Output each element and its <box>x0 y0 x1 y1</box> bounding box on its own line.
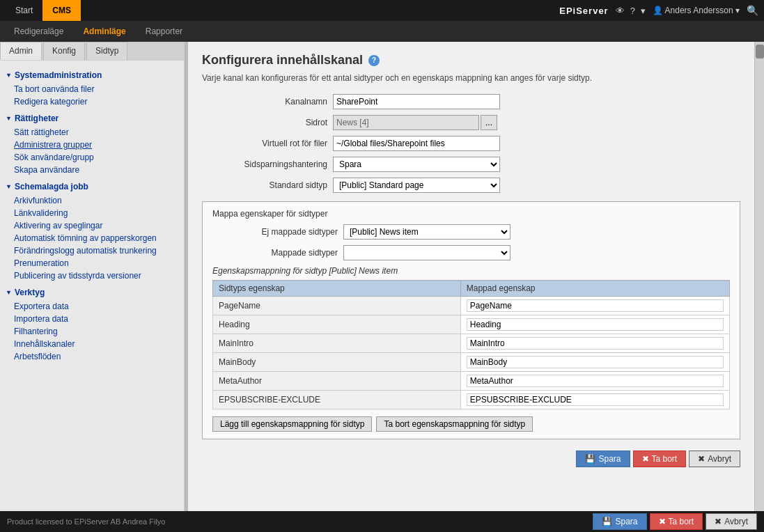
link-tabort-filer[interactable]: Ta bort oanvända filer <box>6 83 178 95</box>
input-mapped-3[interactable] <box>467 356 724 368</box>
input-mapped-2[interactable] <box>467 337 724 350</box>
cell-mapped[interactable] <box>460 372 729 391</box>
cancel-icon: ✖ <box>698 454 705 464</box>
cell-property: PageName <box>213 297 461 315</box>
bottom-btn-spara[interactable]: 💾 Spara <box>593 513 646 530</box>
info-icon[interactable]: ? <box>368 55 380 66</box>
page-title-text: Konfigurera innehållskanal <box>202 53 363 68</box>
top-bar-user[interactable]: 👤 Anders Andersson ▾ <box>653 6 740 15</box>
link-exportera[interactable]: Exportera data <box>6 300 178 313</box>
link-arkiv[interactable]: Arkivfunktion <box>6 194 178 207</box>
link-sok-anvandare[interactable]: Sök användare/grupp <box>6 151 178 164</box>
mapping-box: Mappa egenskaper för sidtyper Ej mappade… <box>202 201 740 439</box>
bottom-btn-avbryt[interactable]: ✖ Avbryt <box>705 513 757 530</box>
cell-property: EPSUBSCRIBE-EXCLUDE <box>213 391 461 409</box>
form-row-kanalnamn: Kanalnamn <box>202 94 740 109</box>
label-ej-mappade: Ej mappade sidtyper <box>212 227 338 237</box>
bottom-btn-tabort[interactable]: ✖ Ta bort <box>650 513 703 530</box>
btn-spara[interactable]: 💾 Spara <box>576 451 630 467</box>
btn-remove-mapping[interactable]: Ta bort egenskapsmappning för sidtyp <box>376 416 533 432</box>
input-mapped-4[interactable] <box>467 375 724 387</box>
link-satt-rattigheter[interactable]: Sätt rättigheter <box>6 126 178 139</box>
user-icon: 👤 <box>653 6 663 15</box>
section-systemadmin: Systemadministration <box>6 70 178 80</box>
link-arbetsfloden[interactable]: Arbetsflöden <box>6 350 178 363</box>
link-forandring[interactable]: Förändringslogg automatisk trunkering <box>6 244 178 257</box>
top-bar-icons: 👁 ? ▾ <box>616 6 646 16</box>
tab-cms[interactable]: CMS <box>42 0 81 21</box>
section-verktyg: Verktyg <box>6 288 178 297</box>
bottom-cancel-icon: ✖ <box>715 517 722 526</box>
tab-start[interactable]: Start <box>6 0 42 21</box>
btn-avbryt[interactable]: ✖ Avbryt <box>689 451 740 467</box>
link-importera[interactable]: Importera data <box>6 313 178 325</box>
link-administrera-grupper[interactable]: Administrera grupper <box>6 139 178 151</box>
label-sidsparning: Sidsparningshantering <box>202 159 327 169</box>
search-icon[interactable]: 🔍 <box>747 5 758 16</box>
sidebar-tab-sidtyp[interactable]: Sidtyp <box>86 42 127 60</box>
top-bar-right: EPiServer 👁 ? ▾ 👤 Anders Andersson ▾ 🔍 <box>559 5 758 16</box>
table-row: MainIntro <box>213 334 730 353</box>
cell-mapped[interactable] <box>460 353 729 372</box>
input-sidrot <box>333 115 479 130</box>
cell-mapped[interactable] <box>460 297 729 315</box>
link-lankvalidering[interactable]: Länkvalidering <box>6 207 178 219</box>
table-row: MainBody <box>213 353 730 372</box>
bottom-delete-icon: ✖ <box>659 517 666 526</box>
bottom-bar: Product licensed to EPiServer AB Andrea … <box>0 511 764 532</box>
action-btns: 💾 Spara ✖ Ta bort ✖ Avbryt <box>202 451 740 467</box>
input-kanalnamn[interactable] <box>333 94 500 109</box>
btn-sidrot-browse[interactable]: ... <box>481 115 497 130</box>
content-area: Konfigurera innehållskanal ? Varje kanal… <box>188 42 754 511</box>
eye-icon[interactable]: 👁 <box>616 6 625 16</box>
help-icon[interactable]: ? <box>630 6 635 16</box>
table-row: MetaAuthor <box>213 372 730 391</box>
label-kanalnamn: Kanalnamn <box>202 97 327 107</box>
save-icon: 💾 <box>585 454 595 464</box>
table-row: PageName <box>213 297 730 315</box>
mapping-btns: Lägg till egenskapsmappning för sidtyp T… <box>212 416 730 432</box>
input-mapped-1[interactable] <box>467 318 724 331</box>
label-virtuell: Virtuell rot för filer <box>202 139 327 148</box>
link-tomning[interactable]: Automatisk tömning av papperskorgen <box>6 232 178 244</box>
btn-add-mapping[interactable]: Lägg till egenskapsmappning för sidtyp <box>212 416 372 432</box>
form-row-ej-mappade: Ej mappade sidtyper [Public] News item <box>212 224 730 240</box>
input-mapped-0[interactable] <box>467 299 724 312</box>
link-filhantering[interactable]: Filhantering <box>6 325 178 338</box>
section-rattigheter: Rättigheter <box>6 114 178 123</box>
property-table: Sidtyps egenskap Mappad egenskap PageNam… <box>212 280 730 409</box>
select-sidsparning[interactable]: Spara <box>333 157 500 172</box>
input-virtuell[interactable] <box>333 136 500 151</box>
form-row-mappade: Mappade sidtyper <box>212 245 730 260</box>
bottom-btn-tabort-label: Ta bort <box>669 517 694 526</box>
nav-admin[interactable]: Adminläge <box>75 21 134 42</box>
scrollbar[interactable] <box>754 42 764 511</box>
link-redigera-kategorier[interactable]: Redigera kategorier <box>6 95 178 108</box>
select-standard[interactable]: [Public] Standard page <box>333 178 500 193</box>
link-prenumeration[interactable]: Prenumeration <box>6 257 178 269</box>
nav-rapporter[interactable]: Rapporter <box>137 21 191 42</box>
mapping-box-title: Mappa egenskaper för sidtyper <box>212 209 730 219</box>
btn-tabort-label: Ta bort <box>652 454 678 464</box>
form-row-standard: Standard sidtyp [Public] Standard page <box>202 178 740 193</box>
help-chevron-icon[interactable]: ▾ <box>641 6 646 16</box>
bottom-btns: 💾 Spara ✖ Ta bort ✖ Avbryt <box>593 513 757 530</box>
btn-tabort[interactable]: ✖ Ta bort <box>633 451 687 467</box>
link-publicering[interactable]: Publicering av tidsstyrda versioner <box>6 269 178 282</box>
cell-mapped[interactable] <box>460 315 729 334</box>
nav-redigera[interactable]: Redigeraläge <box>6 21 72 42</box>
table-row: Heading <box>213 315 730 334</box>
cell-property: Heading <box>213 315 461 334</box>
input-mapped-5[interactable] <box>467 393 724 406</box>
cell-mapped[interactable] <box>460 334 729 353</box>
cell-mapped[interactable] <box>460 391 729 409</box>
link-speglingar[interactable]: Aktivering av speglingar <box>6 219 178 232</box>
bottom-btn-avbryt-label: Avbryt <box>724 517 748 526</box>
select-ej-mappade[interactable]: [Public] News item <box>343 224 510 240</box>
sidebar-tab-admin[interactable]: Admin <box>0 42 42 60</box>
select-mappade[interactable] <box>343 245 510 260</box>
sidebar-tab-konfig[interactable]: Konfig <box>43 42 85 60</box>
link-innehallskanaler[interactable]: Innehållskanaler <box>6 338 178 350</box>
col-mapped: Mappad egenskap <box>460 281 729 297</box>
link-skapa-anvandare[interactable]: Skapa användare <box>6 164 178 176</box>
